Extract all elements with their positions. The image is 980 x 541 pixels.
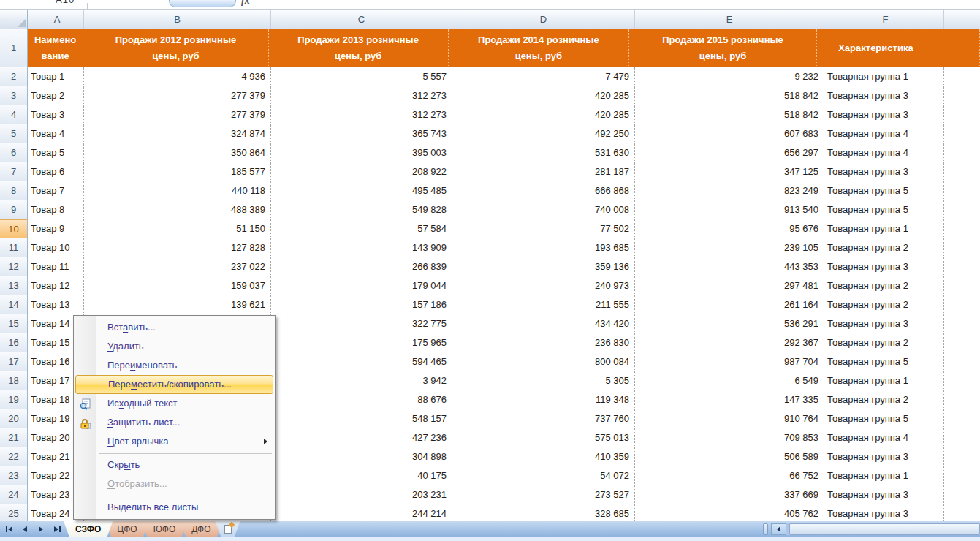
cell-F10[interactable]: Товарная группа 1	[824, 219, 944, 238]
cell-D3[interactable]: 420 285	[452, 86, 635, 105]
row-header-24[interactable]: 24	[0, 485, 28, 504]
cell-B12[interactable]: 237 022	[84, 257, 271, 276]
column-header-F[interactable]: F	[824, 10, 944, 29]
cell-B3[interactable]: 277 379	[84, 86, 271, 105]
cell-D15[interactable]: 434 420	[452, 314, 635, 333]
cell-partial-9[interactable]	[944, 200, 980, 219]
cell-A13[interactable]: Товар 12	[28, 276, 84, 295]
cell-A14[interactable]: Товар 13	[28, 295, 84, 314]
cell-A10[interactable]: Товар 9	[28, 219, 84, 238]
row-header-5[interactable]: 5	[0, 124, 28, 143]
cell-B4[interactable]: 277 379	[84, 105, 271, 124]
menu-item-view-code[interactable]: Исходный текст	[74, 394, 275, 413]
row-header-6[interactable]: 6	[0, 143, 28, 162]
sheet-tab-szfo[interactable]: СЗФО	[64, 521, 113, 537]
cell-E15[interactable]: 536 291	[635, 314, 824, 333]
row-header-9[interactable]: 9	[0, 200, 28, 219]
row-header-7[interactable]: 7	[0, 162, 28, 181]
cell-D16[interactable]: 236 830	[452, 333, 635, 352]
cell-C12[interactable]: 266 839	[271, 257, 452, 276]
cell-D24[interactable]: 273 527	[452, 485, 635, 504]
row-header-16[interactable]: 16	[0, 333, 28, 352]
menu-item-insert[interactable]: Вставить...	[74, 318, 275, 337]
menu-item-delete[interactable]: Удалить	[74, 337, 275, 356]
row-header-10[interactable]: 10	[0, 219, 28, 238]
cell-F13[interactable]: Товарная группа 2	[824, 276, 944, 295]
cell-C21[interactable]: 427 236	[271, 428, 452, 447]
cell-E8[interactable]: 823 249	[635, 181, 824, 200]
cell-E20[interactable]: 910 764	[635, 409, 824, 428]
cell-C16[interactable]: 175 965	[271, 333, 452, 352]
cell-D6[interactable]: 531 630	[452, 143, 635, 162]
cell-E24[interactable]: 337 669	[635, 485, 824, 504]
cell-partial-20[interactable]	[944, 409, 980, 428]
cell-partial-25[interactable]	[944, 504, 980, 521]
menu-item-move-copy[interactable]: Переместить/скопировать...	[75, 375, 273, 394]
row-header-25[interactable]: 25	[0, 504, 28, 521]
cell-partial-7[interactable]	[944, 162, 980, 181]
menu-item-hide[interactable]: Скрыть	[74, 455, 275, 474]
cell-C7[interactable]: 208 922	[271, 162, 452, 181]
cell-E14[interactable]: 261 164	[635, 295, 824, 314]
cell-F24[interactable]: Товарная группа 3	[824, 485, 944, 504]
cell-partial-18[interactable]	[944, 371, 980, 390]
cell-D4[interactable]: 420 285	[452, 105, 635, 124]
cell-D25[interactable]: 328 685	[452, 504, 635, 521]
cell-partial-6[interactable]	[944, 143, 980, 162]
cell-C22[interactable]: 304 898	[271, 447, 452, 466]
cell-B14[interactable]: 139 621	[84, 295, 271, 314]
cell-D10[interactable]: 77 502	[452, 219, 635, 238]
cell-partial-3[interactable]	[944, 86, 980, 105]
cell-A9[interactable]: Товар 8	[28, 200, 84, 219]
cell-C17[interactable]: 594 465	[271, 352, 452, 371]
row-header-2[interactable]: 2	[0, 67, 28, 86]
cell-E13[interactable]: 297 481	[635, 276, 824, 295]
cell-F9[interactable]: Товарная группа 5	[824, 200, 944, 219]
row-header-17[interactable]: 17	[0, 352, 28, 371]
cell-E17[interactable]: 987 704	[635, 352, 824, 371]
cell-A6[interactable]: Товар 5	[28, 143, 84, 162]
row-header-23[interactable]: 23	[0, 466, 28, 485]
cell-partial-21[interactable]	[944, 428, 980, 447]
insert-worksheet-tab[interactable]	[216, 521, 240, 537]
cell-F19[interactable]: Товарная группа 2	[824, 390, 944, 409]
first-sheet-button[interactable]	[3, 523, 15, 534]
cell-E10[interactable]: 95 676	[635, 219, 824, 238]
cell-B10[interactable]: 51 150	[84, 219, 271, 238]
cell-F11[interactable]: Товарная группа 2	[824, 238, 944, 257]
cell-A4[interactable]: Товар 3	[28, 105, 84, 124]
cell-A7[interactable]: Товар 6	[28, 162, 84, 181]
cell-D2[interactable]: 7 479	[452, 67, 635, 86]
cell-E21[interactable]: 709 853	[635, 428, 824, 447]
cell-B6[interactable]: 350 864	[84, 143, 271, 162]
cell-E6[interactable]: 656 297	[635, 143, 824, 162]
cell-D23[interactable]: 54 072	[452, 466, 635, 485]
cell-E18[interactable]: 6 549	[635, 371, 824, 390]
cell-D17[interactable]: 800 084	[452, 352, 635, 371]
hscroll-thumb[interactable]	[789, 523, 980, 535]
cell-E16[interactable]: 292 367	[635, 333, 824, 352]
cell-C6[interactable]: 395 003	[271, 143, 452, 162]
cell-F20[interactable]: Товарная группа 5	[824, 409, 944, 428]
cell-A11[interactable]: Товар 10	[28, 238, 84, 257]
cell-B5[interactable]: 324 874	[84, 124, 271, 143]
cell-E12[interactable]: 443 353	[635, 257, 824, 276]
cell-D8[interactable]: 666 868	[452, 181, 635, 200]
cell-C13[interactable]: 179 044	[271, 276, 452, 295]
menu-item-rename[interactable]: Переименовать	[74, 356, 275, 375]
cell-F2[interactable]: Товарная группа 1	[824, 67, 944, 86]
name-box[interactable]: A10	[56, 0, 86, 9]
row-header-19[interactable]: 19	[0, 390, 28, 409]
cell-E3[interactable]: 518 842	[635, 86, 824, 105]
menu-item-protect-sheet[interactable]: Защитить лист...	[74, 413, 275, 432]
cell-E25[interactable]: 405 762	[635, 504, 824, 521]
cell-F12[interactable]: Товарная группа 3	[824, 257, 944, 276]
cell-D19[interactable]: 119 348	[452, 390, 635, 409]
cell-partial-23[interactable]	[944, 466, 980, 485]
column-header-E[interactable]: E	[635, 10, 824, 29]
hscroll-left-button[interactable]	[771, 523, 786, 535]
cell-F16[interactable]: Товарная группа 2	[824, 333, 944, 352]
cell-D13[interactable]: 240 973	[452, 276, 635, 295]
cell-F15[interactable]: Товарная группа 3	[824, 314, 944, 333]
last-sheet-button[interactable]	[51, 523, 63, 534]
